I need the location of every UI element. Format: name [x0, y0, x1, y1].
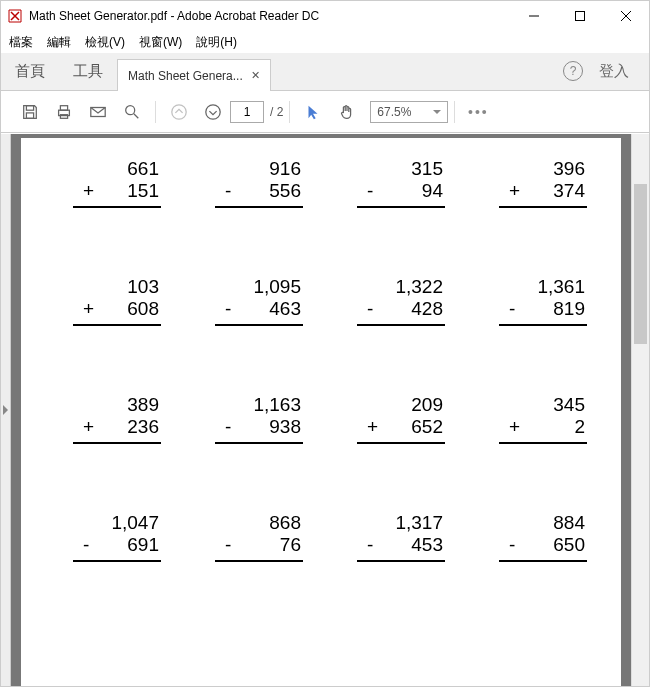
operand-bottom: 236 [95, 416, 159, 438]
menubar: 檔案 編輯 檢視(V) 視窗(W) 說明(H) [1, 31, 649, 53]
document-tab[interactable]: Math Sheet Genera... ✕ [117, 59, 271, 91]
menu-edit[interactable]: 編輯 [47, 34, 71, 51]
math-problem: 1,095-463 [193, 276, 307, 326]
left-panel-toggle[interactable] [1, 134, 11, 686]
operator: + [509, 416, 521, 438]
operand-bottom-row: -453 [367, 534, 445, 556]
cursor-icon[interactable] [296, 95, 330, 129]
operator: + [367, 416, 379, 438]
login-button[interactable]: 登入 [599, 62, 629, 81]
page-input[interactable] [230, 101, 264, 123]
page-viewport[interactable]: 661+151916-556315-94396+374103+6081,095-… [11, 134, 631, 686]
chevron-right-icon [3, 405, 8, 415]
operator: - [509, 298, 521, 320]
menu-file[interactable]: 檔案 [9, 34, 33, 51]
operand-top: 389 [127, 394, 161, 416]
operand-top: 868 [269, 512, 303, 534]
math-problem: 345+2 [477, 394, 591, 444]
hand-icon[interactable] [330, 95, 364, 129]
operand-bottom-row: -94 [367, 180, 445, 202]
operand-bottom-row: +2 [509, 416, 587, 438]
operand-bottom-row: -463 [225, 298, 303, 320]
math-problem: 1,317-453 [335, 512, 449, 562]
operand-top: 1,317 [395, 512, 445, 534]
operand-bottom: 374 [521, 180, 585, 202]
math-problem: 1,047-691 [51, 512, 165, 562]
operator: - [367, 534, 379, 556]
equals-rule [499, 324, 587, 326]
math-problem: 661+151 [51, 158, 165, 208]
math-problem: 868-76 [193, 512, 307, 562]
operand-bottom: 76 [237, 534, 301, 556]
svg-point-10 [126, 105, 135, 114]
operand-bottom: 691 [95, 534, 159, 556]
menu-view[interactable]: 檢視(V) [85, 34, 125, 51]
operand-bottom: 94 [379, 180, 443, 202]
operator: + [83, 416, 95, 438]
print-icon[interactable] [47, 95, 81, 129]
operand-bottom-row: +236 [83, 416, 161, 438]
help-icon[interactable]: ? [563, 61, 583, 81]
operand-top: 345 [553, 394, 587, 416]
document-tab-label: Math Sheet Genera... [128, 69, 243, 83]
operator: - [225, 180, 237, 202]
equals-rule [73, 560, 161, 562]
svg-rect-4 [26, 105, 33, 110]
search-icon[interactable] [115, 95, 149, 129]
svg-rect-5 [26, 112, 33, 117]
tools-tab[interactable]: 工具 [59, 52, 117, 90]
email-icon[interactable] [81, 95, 115, 129]
scrollbar-thumb[interactable] [634, 184, 647, 344]
window-title: Math Sheet Generator.pdf - Adobe Acrobat… [29, 9, 511, 23]
math-problem: 1,322-428 [335, 276, 449, 326]
minimize-button[interactable] [511, 1, 557, 31]
operand-bottom-row: -428 [367, 298, 445, 320]
operand-bottom: 2 [521, 416, 585, 438]
operator: + [83, 180, 95, 202]
zoom-select[interactable]: 67.5% [370, 101, 448, 123]
equals-rule [215, 324, 303, 326]
operator: - [83, 534, 95, 556]
acrobat-icon [7, 8, 23, 24]
page-total: / 2 [270, 105, 283, 119]
menu-help[interactable]: 說明(H) [196, 34, 237, 51]
zoom-value: 67.5% [377, 105, 411, 119]
operand-bottom-row: -691 [83, 534, 161, 556]
more-icon[interactable]: ••• [461, 95, 495, 129]
operand-bottom: 608 [95, 298, 159, 320]
svg-line-11 [134, 113, 139, 118]
svg-rect-8 [60, 114, 67, 118]
operand-top: 1,163 [253, 394, 303, 416]
vertical-scrollbar[interactable] [631, 134, 649, 686]
maximize-button[interactable] [557, 1, 603, 31]
menu-window[interactable]: 視窗(W) [139, 34, 182, 51]
close-tab-icon[interactable]: ✕ [251, 69, 260, 82]
operand-bottom: 650 [521, 534, 585, 556]
pdf-page: 661+151916-556315-94396+374103+6081,095-… [21, 138, 621, 686]
home-tab[interactable]: 首頁 [1, 52, 59, 90]
operand-top: 661 [127, 158, 161, 180]
operand-bottom: 463 [237, 298, 301, 320]
save-icon[interactable] [13, 95, 47, 129]
math-problem: 209+652 [335, 394, 449, 444]
operand-top: 1,322 [395, 276, 445, 298]
equals-rule [215, 206, 303, 208]
titlebar: Math Sheet Generator.pdf - Adobe Acrobat… [1, 1, 649, 31]
svg-point-13 [206, 104, 220, 118]
svg-rect-7 [60, 105, 67, 110]
page-up-icon[interactable] [162, 95, 196, 129]
operator: - [367, 180, 379, 202]
operand-bottom: 428 [379, 298, 443, 320]
close-button[interactable] [603, 1, 649, 31]
operand-bottom-row: -938 [225, 416, 303, 438]
operator: + [83, 298, 95, 320]
page-down-icon[interactable] [196, 95, 230, 129]
equals-rule [499, 206, 587, 208]
operand-bottom-row: -819 [509, 298, 587, 320]
operand-bottom-row: +151 [83, 180, 161, 202]
tabbar: 首頁 工具 Math Sheet Genera... ✕ ? 登入 [1, 53, 649, 91]
equals-rule [357, 560, 445, 562]
operator: - [225, 298, 237, 320]
operand-bottom: 151 [95, 180, 159, 202]
math-problem: 1,361-819 [477, 276, 591, 326]
